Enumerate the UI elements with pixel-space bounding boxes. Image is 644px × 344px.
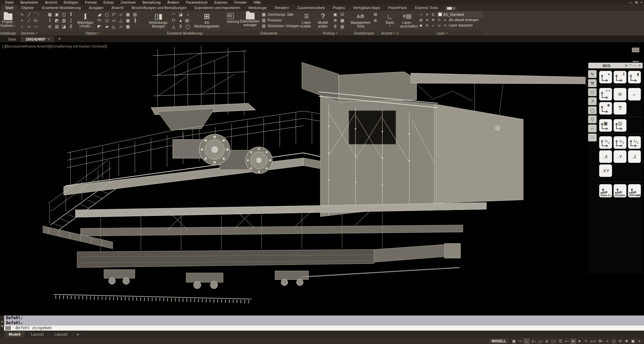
ribbon-tab-plugins[interactable]: Plugins bbox=[329, 5, 349, 11]
menu-bemassung[interactable]: Bemaßung bbox=[140, 0, 164, 5]
extrusion-icon[interactable]: ⎍ bbox=[588, 133, 597, 141]
box-object-icon[interactable]: ▣ bbox=[54, 12, 60, 17]
menu-fenster[interactable]: Fenster bbox=[231, 0, 250, 5]
dokumenten-manager-button[interactable]: Dokumenten- manager bbox=[240, 12, 260, 27]
ribbon-tab-zusammenarbeit[interactable]: Zusammenarbeit bbox=[293, 5, 329, 11]
no-structural-icon[interactable]: ⊘ bbox=[47, 24, 53, 30]
close-icon[interactable]: ✕ bbox=[1, 320, 3, 324]
lineweight-icon[interactable]: ☰ bbox=[558, 339, 563, 344]
bks-welt-button[interactable]: ● bbox=[599, 71, 612, 83]
cloud-points-icon[interactable]: ▤ bbox=[132, 12, 138, 17]
ring-icon[interactable]: ◯ bbox=[185, 24, 191, 30]
polyline-tool-icon[interactable]: ∿ bbox=[19, 12, 25, 17]
dynamic-input-icon[interactable]: ➤ bbox=[577, 339, 582, 344]
xline-tool-icon[interactable]: ／ bbox=[26, 18, 32, 23]
display-check-icon[interactable]: ⚙ bbox=[332, 18, 338, 23]
layer-unlock-icon[interactable]: ⊔ bbox=[437, 22, 441, 28]
layer-freeze-icon[interactable]: ❄ bbox=[431, 17, 435, 23]
line-tool-icon[interactable]: ╱ bbox=[26, 12, 32, 17]
layer-thaw-icon[interactable]: ☼ bbox=[431, 22, 435, 28]
ribbon-tab-exportieren[interactable]: Exportieren und importieren bbox=[191, 5, 244, 11]
restore-icon[interactable]: ⧉ bbox=[635, 0, 638, 4]
management-tools-button[interactable]: A⚙ Management Tools bbox=[350, 12, 371, 28]
command-input[interactable]: ▾ Befehl eingeben bbox=[4, 326, 644, 331]
bks-punktfilter-xy-button[interactable]: .XY bbox=[599, 164, 612, 177]
audit-icon[interactable]: ☑ bbox=[339, 12, 345, 17]
ribbon-tab-objekte[interactable]: Objekte bbox=[17, 5, 38, 11]
database-icon[interactable]: ≣ bbox=[372, 18, 378, 23]
prozesse-button[interactable]: ▧Prozesse bbox=[261, 17, 299, 23]
layout-tab-layout1[interactable]: Layout1 bbox=[27, 331, 48, 337]
object-snap-tracking-icon[interactable]: ∡ bbox=[544, 339, 549, 344]
menu-format[interactable]: Format bbox=[82, 0, 100, 5]
panel-label-einstellungen-1[interactable]: Einstellungen bbox=[0, 31, 16, 36]
panel-label-einstellungen-2[interactable]: Einstellungen bbox=[349, 31, 379, 36]
corner-connection-icon[interactable]: ◪ bbox=[178, 12, 184, 17]
bks-speichern-zv-button[interactable]: BKS-SPEICHERN ZV bbox=[628, 184, 641, 197]
hardware-acceleration-icon[interactable]: ⊘ bbox=[618, 339, 623, 344]
user-settings-icon[interactable]: ⚇ bbox=[588, 88, 597, 96]
ribbon-tab-express-tools[interactable]: Express Tools bbox=[411, 5, 442, 11]
ribbon-tab-erweiterte-modellierung[interactable]: Erweiterte Modellierung bbox=[38, 5, 85, 11]
menu-express[interactable]: Express bbox=[211, 0, 231, 5]
vector-arrow-icon[interactable]: ↗ bbox=[588, 97, 597, 105]
ribbon-tab-rendern[interactable]: Rendern bbox=[271, 5, 293, 11]
verbindungs-manager-button[interactable]: ▯▮ Verbindungs- Manager bbox=[148, 12, 170, 28]
menu-zeichnen[interactable]: Zeichnen bbox=[117, 0, 139, 5]
arch-connection-icon[interactable]: ◠ bbox=[171, 12, 177, 17]
grating-variable-icon[interactable]: ▩ bbox=[125, 18, 131, 23]
layer-lock2-icon[interactable]: ⊓ bbox=[437, 17, 441, 23]
layer-dropdown[interactable]: AS_Standard ▾ bbox=[437, 12, 483, 17]
minimize-icon[interactable]: — bbox=[629, 0, 633, 4]
panel-label-zeichnen[interactable]: Zeichnen▾ bbox=[16, 31, 42, 36]
bks-ansicht-button[interactable]: ◉ bbox=[599, 119, 612, 132]
panel-label-erweiterte-modellierung[interactable]: Erweiterte Modellierung bbox=[143, 31, 226, 36]
plate-rect-icon[interactable]: ▢ bbox=[104, 12, 110, 17]
double-profile-icon[interactable]: ⊓▾ bbox=[97, 18, 103, 23]
viewport-controls-label[interactable]: [-][Benutzerdefinierte Ansicht][Schattie… bbox=[2, 44, 107, 48]
bks-drehen-z-button[interactable]: ↻z bbox=[628, 136, 641, 149]
stair-icon[interactable]: ▤▾ bbox=[185, 18, 191, 23]
frame-connection-icon[interactable]: ⊓ bbox=[171, 18, 177, 23]
gear-icon[interactable]: ⚙ bbox=[625, 64, 628, 67]
poly-beam-icon[interactable]: Ƶ bbox=[68, 24, 74, 30]
selection-cycling-icon[interactable]: ➤ bbox=[571, 339, 576, 344]
ortho-mode-icon[interactable]: ∟ bbox=[524, 339, 530, 344]
modell-pruefen-button[interactable]: ? Modell prüfen bbox=[315, 12, 331, 28]
tools-icon[interactable]: ⚒ bbox=[588, 79, 597, 87]
layer-freeze-sun-icon[interactable]: ☀ bbox=[425, 12, 429, 17]
new-layout-button[interactable]: + bbox=[74, 332, 82, 337]
customization-plus-icon[interactable]: ＋ bbox=[605, 339, 610, 344]
grid-display-icon[interactable]: ▦ bbox=[511, 339, 517, 344]
level-symbol-icon[interactable]: ↧ bbox=[47, 18, 53, 23]
profile-pair-icon[interactable]: ◫ bbox=[61, 12, 67, 17]
ribbon-tab-beschriftungen[interactable]: Beschriftungen und Bemaßungen bbox=[127, 5, 191, 11]
status-menu-icon[interactable]: ≡ bbox=[637, 339, 642, 344]
annotation-visibility-icon[interactable]: ⌖ bbox=[583, 339, 589, 344]
grating-bar-icon[interactable]: ▩ bbox=[125, 24, 131, 30]
plate-bent-icon[interactable]: ▱ bbox=[118, 12, 124, 17]
panel-label-pruefung[interactable]: Prüfung▾ bbox=[311, 31, 348, 36]
update-check-icon[interactable]: ▦ bbox=[339, 18, 345, 23]
bks-verschieben-button[interactable]: ✥ bbox=[599, 102, 612, 115]
new-tab-button[interactable]: + bbox=[55, 36, 64, 42]
layer-off-icon[interactable]: ◍ bbox=[419, 17, 423, 23]
bks-kante-button[interactable]: ⌐ bbox=[628, 88, 641, 101]
bks-punktfilter-y-button[interactable]: .Y bbox=[613, 150, 627, 163]
menu-extras[interactable]: Extras bbox=[100, 0, 117, 5]
menu-ansicht[interactable]: Ansicht bbox=[42, 0, 60, 5]
canvas-corner-icon[interactable] bbox=[632, 48, 639, 52]
ribbon-tab-verfuegbare-apps[interactable]: Verfügbare Apps bbox=[349, 5, 384, 11]
zeichnungs-stile-button[interactable]: ▦Zeichnungs- Stile bbox=[261, 12, 299, 17]
clean-screen-icon[interactable]: ▣ bbox=[630, 339, 636, 344]
grating-icon[interactable]: ▩ bbox=[125, 12, 131, 17]
layer-unisolate-icon[interactable]: ≌ bbox=[425, 22, 429, 28]
command-line-grip[interactable]: ⋯⋯ ✕ ⚒ bbox=[0, 316, 4, 331]
bks-drehen-y-button[interactable]: ↻y bbox=[613, 136, 627, 149]
circle-tool-icon[interactable]: ⊙▾ bbox=[33, 18, 39, 23]
pin-icon[interactable]: ⍑ bbox=[630, 64, 632, 68]
gusset-icon[interactable]: △ bbox=[171, 24, 177, 30]
compound-beam-icon[interactable]: ▥ bbox=[61, 18, 67, 23]
polygon-tool-icon[interactable]: ⌂ bbox=[19, 24, 25, 30]
panel-label-layer[interactable]: Layer▾ bbox=[400, 31, 483, 36]
